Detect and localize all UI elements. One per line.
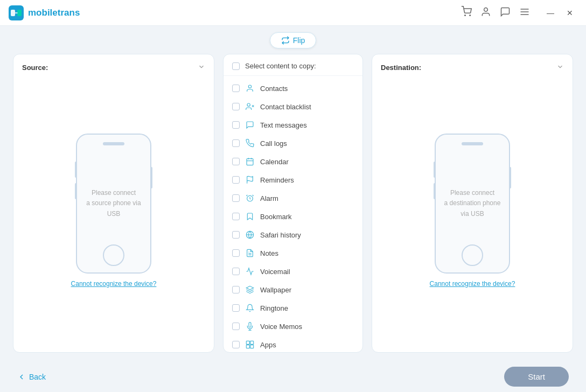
main-content: Flip Source: Please connect a source pho…	[0, 26, 586, 361]
svg-rect-28	[246, 345, 249, 348]
dest-phone-side-button-left-top	[434, 162, 436, 178]
bottom-bar: Back Start	[0, 361, 586, 392]
svg-rect-1	[11, 10, 15, 16]
svg-point-5	[484, 8, 488, 11]
calendar-icon	[245, 157, 255, 166]
minimize-button[interactable]: —	[543, 5, 558, 20]
destination-title: Destination:	[381, 64, 421, 72]
dest-phone-side-button-right	[509, 167, 511, 188]
user-icon[interactable]	[480, 6, 491, 19]
list-item-voicemail[interactable]: Voicemail	[224, 262, 362, 281]
svg-point-10	[247, 103, 250, 106]
back-button[interactable]: Back	[17, 373, 46, 381]
checkbox-reminders[interactable]	[232, 176, 240, 184]
label-reminders: Reminders	[260, 176, 294, 184]
list-item-bookmark[interactable]: Bookmark	[224, 207, 362, 226]
phone-icon	[245, 138, 255, 148]
titlebar-controls: — ✕	[461, 5, 577, 20]
destination-chevron-icon[interactable]	[556, 63, 564, 72]
back-label: Back	[29, 373, 46, 381]
label-ringtone: Ringtone	[260, 304, 288, 312]
svg-marker-23	[246, 286, 253, 290]
window-controls: — ✕	[543, 5, 577, 20]
person-x-icon	[245, 102, 255, 111]
globe-icon	[245, 230, 255, 240]
source-panel-header: Source:	[22, 63, 205, 72]
list-item-ringtone[interactable]: Ringtone	[224, 299, 362, 317]
checkbox-voice-memos[interactable]	[232, 323, 240, 330]
label-apps: Apps	[260, 341, 276, 349]
svg-rect-27	[250, 341, 254, 344]
list-item-text-messages[interactable]: Text messages	[224, 116, 362, 134]
list-item-call-logs[interactable]: Call logs	[224, 134, 362, 152]
label-contact-blacklist: Contact blacklist	[260, 103, 311, 111]
list-item-wallpaper[interactable]: Wallpaper	[224, 281, 362, 299]
checkbox-calendar[interactable]	[232, 158, 240, 165]
list-item-apps[interactable]: Apps	[224, 335, 362, 352]
label-safari-history: Safari history	[260, 231, 301, 239]
checkbox-wallpaper[interactable]	[232, 286, 240, 293]
apps-icon	[245, 340, 255, 349]
list-item-alarm[interactable]: Alarm	[224, 189, 362, 207]
list-item-voice-memos[interactable]: Voice Memos	[224, 317, 362, 335]
source-phone-frame: Please connect a source phone via USB	[76, 134, 151, 274]
label-call-logs: Call logs	[260, 139, 287, 148]
list-item-reminders[interactable]: Reminders	[224, 171, 362, 189]
content-list: Contacts Contact blacklist Text messages…	[224, 76, 362, 352]
checkbox-contacts[interactable]	[232, 85, 240, 92]
content-panel-header: Select content to copy:	[224, 54, 362, 76]
select-all-checkbox[interactable]	[232, 62, 240, 70]
destination-phone-container: Please connect a destination phone via U…	[381, 78, 564, 344]
chat-icon[interactable]	[500, 6, 511, 19]
list-item-notes[interactable]: Notes	[224, 244, 362, 262]
phone-side-button-right	[150, 167, 152, 188]
layers-icon	[245, 285, 255, 295]
app-name: mobiletrans	[28, 8, 80, 18]
flag-icon	[245, 175, 255, 185]
checkbox-ringtone[interactable]	[232, 304, 240, 312]
checkbox-apps[interactable]	[232, 341, 240, 348]
checkbox-call-logs[interactable]	[232, 139, 240, 147]
titlebar: mobiletrans — ✕	[0, 0, 586, 26]
label-contacts: Contacts	[260, 85, 288, 93]
source-cannot-recognize-link[interactable]: Cannot recognize the device?	[71, 280, 157, 288]
checkbox-bookmark[interactable]	[232, 213, 240, 220]
back-icon	[17, 373, 26, 381]
close-button[interactable]: ✕	[562, 5, 577, 20]
flip-icon	[281, 36, 290, 45]
phone-side-button-left-top	[75, 162, 77, 178]
bookmark-icon	[245, 212, 255, 221]
content-panel: Select content to copy: Contacts Contact…	[223, 54, 363, 353]
source-phone-text: Please connect a source phone via USB	[86, 188, 141, 219]
svg-rect-26	[246, 341, 249, 344]
person-icon	[245, 83, 255, 93]
checkbox-voicemail[interactable]	[232, 268, 240, 275]
phone-side-button-left-bottom	[75, 183, 77, 199]
checkbox-contact-blacklist[interactable]	[232, 103, 240, 110]
list-item-safari-history[interactable]: Safari history	[224, 226, 362, 244]
bell-icon	[245, 303, 255, 313]
cart-icon[interactable]	[461, 6, 472, 19]
checkbox-notes[interactable]	[232, 249, 240, 257]
dest-phone-side-button-left-bottom	[434, 183, 436, 199]
source-chevron-icon[interactable]	[198, 63, 205, 72]
alarm-icon	[245, 193, 255, 203]
checkbox-alarm[interactable]	[232, 194, 240, 202]
label-voicemail: Voicemail	[260, 268, 290, 276]
list-item-contact-blacklist[interactable]: Contact blacklist	[224, 97, 362, 116]
list-item-contacts[interactable]: Contacts	[224, 79, 362, 97]
label-notes: Notes	[260, 249, 278, 257]
label-calendar: Calendar	[260, 158, 289, 166]
destination-panel: Destination: Please connect a destinatio…	[372, 54, 573, 353]
svg-point-3	[465, 15, 466, 16]
start-button[interactable]: Start	[504, 367, 569, 387]
destination-cannot-recognize-link[interactable]: Cannot recognize the device?	[430, 280, 515, 288]
list-item-calendar[interactable]: Calendar	[224, 152, 362, 171]
menu-icon[interactable]	[519, 6, 530, 19]
columns-container: Source: Please connect a source phone vi…	[13, 54, 573, 353]
label-alarm: Alarm	[260, 194, 278, 202]
flip-button[interactable]: Flip	[270, 32, 317, 48]
app-logo: mobiletrans	[9, 5, 80, 20]
checkbox-safari-history[interactable]	[232, 231, 240, 239]
checkbox-text-messages[interactable]	[232, 121, 240, 129]
